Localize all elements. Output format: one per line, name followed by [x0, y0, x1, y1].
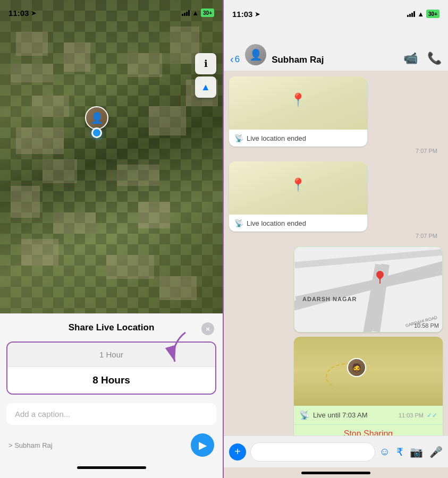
status-bar-left: 11:03 ➤ ▲ 30+: [0, 0, 223, 21]
right-wifi-icon: ▲: [417, 10, 424, 18]
back-chevron-icon: ‹: [230, 53, 234, 65]
location-thumb-2: 📍: [229, 161, 367, 215]
location-dot: [91, 127, 102, 138]
stop-sharing-button[interactable]: Stop Sharing: [294, 424, 443, 436]
live-location-icon: 📡: [299, 410, 310, 420]
message-location-ended-1: 📍 📡 Live location ended 7:07 PM: [229, 76, 443, 157]
message-map-pin: ADARSH NAGAR GARDAHI ROAD 10:58 PM: [294, 246, 443, 332]
right-battery-indicator: 30+: [426, 10, 439, 18]
send-icon: ▶: [199, 439, 207, 451]
map-pin-icon-2: 📍: [290, 177, 306, 192]
avatar-circle: 👤: [85, 106, 108, 130]
live-until-text: Live until 7:03 AM: [313, 411, 395, 419]
phone-call-button[interactable]: 📞: [427, 52, 442, 65]
status-icons: ▲ 30+: [182, 8, 214, 17]
header-actions: 📹 📞: [403, 52, 442, 65]
chat-input-bar: + ☺ ₹ 📷 🎤: [224, 436, 448, 467]
caption-placeholder: Add a caption...: [15, 409, 70, 419]
signal-bars: [182, 10, 190, 16]
recipient-label: > Subham Raj: [9, 441, 53, 449]
battery-indicator: 30+: [201, 8, 214, 17]
rupee-button[interactable]: ₹: [396, 446, 403, 458]
map-card-active[interactable]: ADARSH NAGAR GARDAHI ROAD 10:58 PM: [294, 246, 443, 332]
map-card-time: 10:58 PM: [414, 322, 439, 329]
navigate-icon: ▲: [201, 82, 210, 93]
info-button[interactable]: ℹ: [195, 53, 216, 74]
close-button[interactable]: ×: [201, 322, 214, 335]
caption-field[interactable]: Add a caption...: [6, 403, 216, 425]
home-indicator: [0, 463, 223, 474]
live-message-time: 11:03 PM: [399, 412, 424, 419]
locate-button[interactable]: ▲: [195, 76, 216, 98]
back-count: 6: [235, 54, 240, 65]
camera-button[interactable]: 📷: [410, 446, 423, 458]
live-avatar-icon: 🧔: [351, 363, 362, 373]
sticker-button[interactable]: ☺: [379, 446, 390, 458]
wifi-icon: ▲: [192, 9, 199, 17]
message-time-1: 7:07 PM: [229, 147, 443, 157]
map-area[interactable]: 11:03 ➤ ▲ 30+ ℹ ▲: [0, 0, 223, 313]
live-card-footer: 📡 Live until 7:03 AM 11:03 PM ✓✓: [294, 406, 443, 424]
location-icon-1: 📡: [234, 134, 243, 142]
avatar-icon: 👤: [249, 48, 263, 61]
input-actions: ☺ ₹ 📷 🎤: [379, 446, 443, 458]
location-card-1[interactable]: 📍 📡 Live location ended: [229, 76, 367, 147]
sheet-footer: > Subham Raj ▶: [0, 429, 223, 463]
location-footer-2: 📡 Live location ended: [229, 215, 367, 232]
location-card-2[interactable]: 📍 📡 Live location ended: [229, 161, 367, 232]
message-input[interactable]: [250, 442, 375, 462]
time-display: 11:03: [9, 8, 29, 18]
right-location-arrow: ➤: [255, 10, 260, 18]
home-bar: [77, 466, 146, 469]
contact-name: Subham Raj: [272, 55, 398, 65]
close-icon: ×: [206, 325, 210, 333]
map-controls: ℹ ▲: [195, 53, 216, 98]
live-location-card[interactable]: 🧔 📡 Live until 7:03 AM 11:03 PM ✓✓ Stop …: [294, 337, 443, 436]
chat-messages: 📍 📡 Live location ended 7:07 PM 📍 📡 Live…: [224, 71, 448, 436]
left-panel: 11:03 ➤ ▲ 30+ ℹ ▲: [0, 0, 224, 478]
satellite-map: [0, 0, 223, 313]
plus-icon: +: [234, 446, 241, 458]
right-signal-bars: [407, 11, 415, 17]
send-button[interactable]: ▶: [191, 433, 214, 457]
location-footer-1: 📡 Live location ended: [229, 130, 367, 147]
bottom-sheet: Share Live Location × 1 Hour 8 Hours Add…: [0, 313, 223, 478]
location-ended-text-2: Live location ended: [247, 219, 306, 227]
location-thumb-1: 📍: [229, 76, 367, 130]
map-pin-icon-1: 📍: [290, 92, 306, 107]
double-check-icon: ✓✓: [427, 412, 437, 419]
location-ended-text-1: Live location ended: [247, 134, 306, 142]
message-time-2: 7:07 PM: [229, 232, 443, 242]
user-location-pin: 👤: [85, 106, 108, 138]
stop-sharing-label: Stop Sharing: [344, 429, 393, 436]
add-attachment-button[interactable]: +: [229, 443, 246, 460]
annotation-arrow: [159, 327, 191, 372]
location-arrow-icon: ➤: [31, 9, 37, 17]
mic-button[interactable]: 🎤: [429, 446, 443, 458]
chat-header: ‹ 6 👤 Subham Raj 📹 📞: [224, 23, 448, 71]
map-preview: ADARSH NAGAR GARDAHI ROAD 10:58 PM: [294, 247, 443, 332]
info-icon: ℹ: [204, 58, 208, 70]
right-status-icons: ▲ 30+: [407, 10, 439, 18]
message-live-location: 🧔 📡 Live until 7:03 AM 11:03 PM ✓✓ Stop …: [294, 337, 443, 436]
back-button[interactable]: ‹ 6: [230, 53, 240, 65]
message-location-ended-2: 📍 📡 Live location ended 7:07 PM: [229, 161, 443, 242]
contact-avatar[interactable]: 👤: [245, 44, 266, 65]
live-avatar: 🧔: [347, 358, 366, 377]
live-map-thumb: 🧔: [294, 337, 443, 406]
home-indicator-right: [224, 467, 448, 478]
map-buildings: [0, 0, 223, 313]
right-panel: 11:03 ➤ ▲ 30+ ‹ 6 👤 Subham Raj 📹 📞: [224, 0, 448, 478]
sheet-title: Share Live Location: [69, 322, 155, 333]
status-bar-right: 11:03 ➤ ▲ 30+: [224, 0, 448, 23]
right-time-display: 11:03: [232, 10, 252, 19]
area-label: ADARSH NAGAR: [302, 296, 357, 302]
home-bar-right: [301, 472, 370, 474]
map-pin-marker: [376, 271, 384, 284]
video-call-button[interactable]: 📹: [403, 52, 418, 65]
location-icon-2: 📡: [234, 219, 243, 227]
